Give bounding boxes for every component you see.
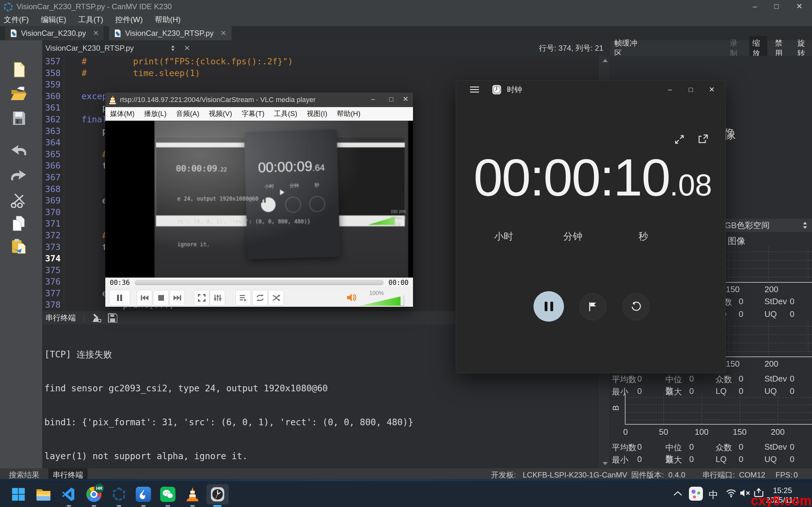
tick: 100 [695,427,708,437]
wifi-icon[interactable] [726,489,737,498]
copy-button[interactable] [9,214,28,233]
ide-menubar: 文件(F) 编辑(E) 工具(T) 控件(W) 帮助(H) [0,13,812,26]
canmv-logo-icon [4,3,13,11]
seconds-label: 秒 [639,230,648,243]
stop-playback-button[interactable] [153,290,169,305]
histogram-source-label: 图像 [728,235,745,247]
expand-icon[interactable] [674,134,684,145]
ide-minimize-button[interactable]: – [745,2,764,11]
tray-expand-icon[interactable] [673,491,682,496]
clear-terminal-icon[interactable] [91,313,101,323]
save-log-icon[interactable] [108,313,117,323]
document-close-icon[interactable]: ✕ [184,44,190,53]
vlc-menu-audio[interactable]: 音频(A) [171,109,204,118]
undo-button[interactable] [9,141,28,159]
vlc-close-button[interactable]: ✕ [403,95,409,103]
vlc-menu-help[interactable]: 帮助(H) [332,109,365,118]
clock-taskbar-icon [210,486,225,503]
pause-button[interactable] [109,290,130,305]
vlc-menu-view[interactable]: 视图(I) [302,109,332,118]
canmv-ide-button[interactable] [109,484,129,504]
menu-edit[interactable]: 编辑(E) [37,14,74,25]
tab-visioncar-k230[interactable]: VisionCar_K230.py ✕ [5,26,104,40]
vlc-menu-video[interactable]: 视频(V) [204,109,237,118]
volume-icon[interactable] [346,292,357,302]
tray-app-icon[interactable] [689,487,703,501]
tab-visioncar-k230-rtsp[interactable]: VisionCar_K230_RTSP.py ✕ [109,26,232,40]
clock-minimize-button[interactable]: – [659,86,680,94]
save-button[interactable] [9,109,28,127]
equalizer-button[interactable] [210,290,225,305]
menu-help[interactable]: 帮助(H) [151,14,189,25]
flame-app-button[interactable] [133,484,154,504]
paste-button[interactable] [9,237,28,256]
colorspace-value: RGB色彩空间 [719,220,769,231]
reset-button[interactable] [622,293,650,320]
file-explorer-button[interactable] [33,484,54,504]
seek-slider[interactable] [135,280,384,285]
vlc-menu-playback[interactable]: 播放(L) [139,109,171,118]
input-method-indicator[interactable]: 中 [709,489,718,502]
ide-maximize-button[interactable]: □ [767,2,786,11]
clock-title: 时钟 [507,84,522,95]
menu-tools[interactable]: 工具(T) [74,14,112,25]
hamburger-menu-icon[interactable] [470,86,479,93]
running-indicator [67,505,71,507]
playlist-button[interactable] [235,290,251,305]
pin-to-top-icon[interactable] [697,134,708,145]
volume-muted-icon[interactable] [740,489,751,498]
stopwatch-pause-button[interactable] [534,291,564,322]
vscode-button[interactable] [59,484,79,504]
histogram-b [625,393,812,425]
new-file-icon [11,61,26,78]
wechat-button[interactable] [158,484,178,504]
volume-slider[interactable] [360,296,404,306]
previous-button[interactable] [137,290,152,305]
menu-file[interactable]: 文件(F) [0,14,37,25]
clock-close-button[interactable]: ✕ [701,86,722,94]
tick: 150 [726,359,740,369]
vlc-minimize-button[interactable]: – [371,95,375,103]
vscode-icon [61,487,76,502]
shuffle-button[interactable] [268,290,284,305]
redo-button[interactable] [9,166,28,184]
scroll-up-icon[interactable] [603,59,608,62]
open-folder-icon [10,86,27,101]
document-filename: VisionCar_K230_RTSP.py [45,44,134,53]
clock-maximize-button[interactable]: □ [680,86,701,94]
new-file-button[interactable] [9,60,28,79]
start-button[interactable] [8,484,29,504]
vlc-menu-tools[interactable]: 工具(S) [269,109,302,118]
ide-close-button[interactable]: ✕ [790,2,809,11]
vlc-titlebar[interactable]: rtsp://10.148.97.221:2004/VisionCarStrea… [105,93,413,107]
vlc-video-area[interactable]: 00:00:09.22 00:00:09.64 小时分钟秒 e 24, [105,121,413,278]
fullscreen-button[interactable] [194,290,209,305]
running-indicator [117,505,121,507]
firmware-value: 0.4.0 [668,470,685,480]
clock-titlebar[interactable]: 时钟 – □ ✕ [456,80,725,99]
chrome-button[interactable]: HR [84,484,104,504]
histogram-b-stats-2: 最小0 最大0 LQ0 UQ0 [612,454,811,465]
vlc-menu-subtitle[interactable]: 字幕(T) [237,109,269,118]
cursor-position: 行号: 374, 列号: 21 [539,43,603,53]
lap-flag-button[interactable] [579,293,606,320]
tick: 200 [771,427,784,437]
next-button[interactable] [169,290,185,305]
clock-taskbar-button[interactable] [206,484,229,504]
cut-button[interactable] [9,191,28,210]
running-indicator [190,505,195,507]
loop-button[interactable] [252,290,268,305]
open-file-button[interactable] [9,84,28,103]
vlc-menu-media[interactable]: 媒体(M) [105,109,139,118]
scroll-down-icon[interactable] [603,462,608,465]
tab-close-icon[interactable]: ✕ [93,29,99,38]
copy-icon [11,216,26,231]
tab-close-icon[interactable]: ✕ [220,29,226,38]
split-editor-icon[interactable] [169,44,177,52]
vlc-menubar: 媒体(M) 播放(L) 音频(A) 视频(V) 字幕(T) 工具(S) 视图(I… [105,107,413,121]
menu-control[interactable]: 控件(W) [111,14,151,25]
vlc-maximize-button[interactable]: □ [389,95,393,103]
vlc-taskbar-button[interactable] [183,484,203,504]
ide-toolbar [0,40,42,468]
spinner-icon[interactable] [803,221,808,229]
